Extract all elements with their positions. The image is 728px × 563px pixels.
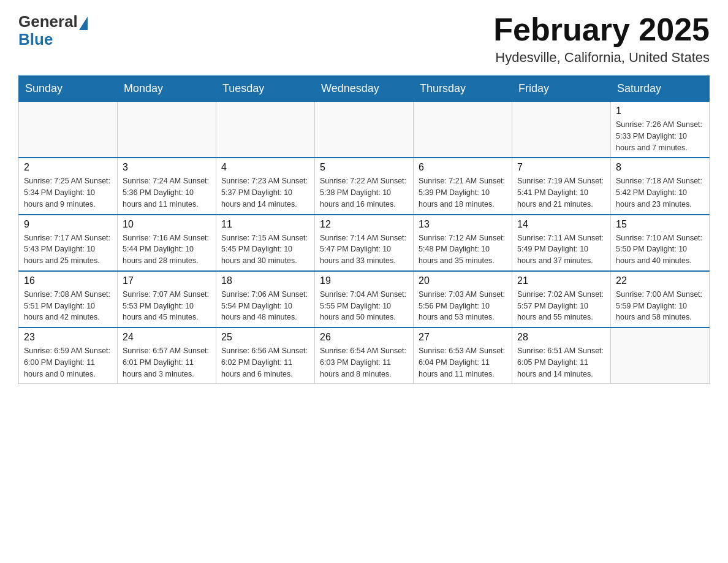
day-number: 9 xyxy=(24,219,112,230)
day-number: 11 xyxy=(221,219,309,230)
day-info: Sunrise: 6:54 AM Sunset: 6:03 PM Dayligh… xyxy=(320,345,408,380)
calendar-day-cell: 1Sunrise: 7:26 AM Sunset: 5:33 PM Daylig… xyxy=(611,102,710,158)
day-info: Sunrise: 7:03 AM Sunset: 5:56 PM Dayligh… xyxy=(419,289,507,323)
day-info: Sunrise: 7:17 AM Sunset: 5:43 PM Dayligh… xyxy=(24,232,112,267)
day-info: Sunrise: 7:00 AM Sunset: 5:59 PM Dayligh… xyxy=(616,289,704,323)
calendar-day-cell: 16Sunrise: 7:08 AM Sunset: 5:51 PM Dayli… xyxy=(19,271,118,327)
day-info: Sunrise: 7:06 AM Sunset: 5:54 PM Dayligh… xyxy=(221,289,309,323)
day-info: Sunrise: 7:21 AM Sunset: 5:39 PM Dayligh… xyxy=(419,175,507,210)
calendar-day-cell: 26Sunrise: 6:54 AM Sunset: 6:03 PM Dayli… xyxy=(315,327,414,384)
day-number: 26 xyxy=(320,332,408,343)
calendar-table: SundayMondayTuesdayWednesdayThursdayFrid… xyxy=(18,75,710,384)
day-number: 14 xyxy=(517,219,605,230)
logo-general-text: General xyxy=(18,12,78,31)
day-number: 7 xyxy=(517,162,605,173)
day-number: 12 xyxy=(320,219,408,230)
calendar-week-row: 16Sunrise: 7:08 AM Sunset: 5:51 PM Dayli… xyxy=(19,271,710,327)
calendar-day-cell: 27Sunrise: 6:53 AM Sunset: 6:04 PM Dayli… xyxy=(414,327,512,384)
day-info: Sunrise: 6:51 AM Sunset: 6:05 PM Dayligh… xyxy=(517,345,605,380)
day-info: Sunrise: 7:15 AM Sunset: 5:45 PM Dayligh… xyxy=(221,232,309,267)
day-info: Sunrise: 7:22 AM Sunset: 5:38 PM Dayligh… xyxy=(320,175,408,210)
day-info: Sunrise: 7:24 AM Sunset: 5:36 PM Dayligh… xyxy=(123,175,211,210)
day-number: 28 xyxy=(517,332,605,343)
day-header-monday: Monday xyxy=(118,76,216,102)
day-header-saturday: Saturday xyxy=(611,76,710,102)
day-number: 2 xyxy=(24,162,112,173)
day-info: Sunrise: 7:12 AM Sunset: 5:48 PM Dayligh… xyxy=(419,232,507,267)
day-number: 17 xyxy=(123,275,211,286)
location-title: Hydesville, California, United States xyxy=(493,50,710,66)
calendar-day-cell: 4Sunrise: 7:23 AM Sunset: 5:37 PM Daylig… xyxy=(216,158,315,214)
day-number: 4 xyxy=(221,162,309,173)
calendar-day-cell: 22Sunrise: 7:00 AM Sunset: 5:59 PM Dayli… xyxy=(611,271,710,327)
calendar-header-row: SundayMondayTuesdayWednesdayThursdayFrid… xyxy=(19,76,710,102)
calendar-day-cell: 17Sunrise: 7:07 AM Sunset: 5:53 PM Dayli… xyxy=(118,271,216,327)
calendar-day-cell: 11Sunrise: 7:15 AM Sunset: 5:45 PM Dayli… xyxy=(216,215,315,271)
day-header-sunday: Sunday xyxy=(19,76,118,102)
calendar-week-row: 2Sunrise: 7:25 AM Sunset: 5:34 PM Daylig… xyxy=(19,158,710,214)
day-number: 16 xyxy=(24,275,112,286)
day-info: Sunrise: 6:59 AM Sunset: 6:00 PM Dayligh… xyxy=(24,345,112,380)
day-info: Sunrise: 7:19 AM Sunset: 5:41 PM Dayligh… xyxy=(517,175,605,210)
calendar-week-row: 9Sunrise: 7:17 AM Sunset: 5:43 PM Daylig… xyxy=(19,215,710,271)
calendar-day-cell xyxy=(414,102,512,158)
day-info: Sunrise: 7:10 AM Sunset: 5:50 PM Dayligh… xyxy=(616,232,704,267)
day-header-thursday: Thursday xyxy=(414,76,512,102)
calendar-day-cell: 2Sunrise: 7:25 AM Sunset: 5:34 PM Daylig… xyxy=(19,158,118,214)
calendar-day-cell: 21Sunrise: 7:02 AM Sunset: 5:57 PM Dayli… xyxy=(512,271,611,327)
day-number: 13 xyxy=(419,219,507,230)
day-header-friday: Friday xyxy=(512,76,611,102)
day-info: Sunrise: 6:56 AM Sunset: 6:02 PM Dayligh… xyxy=(221,345,309,380)
calendar-week-row: 1Sunrise: 7:26 AM Sunset: 5:33 PM Daylig… xyxy=(19,102,710,158)
calendar-day-cell: 28Sunrise: 6:51 AM Sunset: 6:05 PM Dayli… xyxy=(512,327,611,384)
calendar-day-cell: 19Sunrise: 7:04 AM Sunset: 5:55 PM Dayli… xyxy=(315,271,414,327)
calendar-day-cell: 12Sunrise: 7:14 AM Sunset: 5:47 PM Dayli… xyxy=(315,215,414,271)
day-number: 5 xyxy=(320,162,408,173)
day-number: 19 xyxy=(320,275,408,286)
day-info: Sunrise: 7:04 AM Sunset: 5:55 PM Dayligh… xyxy=(320,289,408,323)
day-header-tuesday: Tuesday xyxy=(216,76,315,102)
day-number: 25 xyxy=(221,332,309,343)
day-info: Sunrise: 7:16 AM Sunset: 5:44 PM Dayligh… xyxy=(123,232,211,267)
day-info: Sunrise: 7:11 AM Sunset: 5:49 PM Dayligh… xyxy=(517,232,605,267)
day-number: 6 xyxy=(419,162,507,173)
day-info: Sunrise: 7:23 AM Sunset: 5:37 PM Dayligh… xyxy=(221,175,309,210)
day-info: Sunrise: 7:18 AM Sunset: 5:42 PM Dayligh… xyxy=(616,175,704,210)
day-info: Sunrise: 6:57 AM Sunset: 6:01 PM Dayligh… xyxy=(123,345,211,380)
day-number: 3 xyxy=(123,162,211,173)
calendar-day-cell xyxy=(216,102,315,158)
day-number: 8 xyxy=(616,162,704,173)
page-header: General Blue February 2025 Hydesville, C… xyxy=(18,12,710,66)
calendar-day-cell: 7Sunrise: 7:19 AM Sunset: 5:41 PM Daylig… xyxy=(512,158,611,214)
day-info: Sunrise: 7:14 AM Sunset: 5:47 PM Dayligh… xyxy=(320,232,408,267)
logo-blue-text: Blue xyxy=(18,30,53,49)
day-info: Sunrise: 7:07 AM Sunset: 5:53 PM Dayligh… xyxy=(123,289,211,323)
day-number: 20 xyxy=(419,275,507,286)
day-number: 27 xyxy=(419,332,507,343)
day-number: 1 xyxy=(616,105,704,117)
logo-triangle-icon xyxy=(79,17,88,30)
logo: General Blue xyxy=(18,12,88,49)
calendar-week-row: 23Sunrise: 6:59 AM Sunset: 6:00 PM Dayli… xyxy=(19,327,710,384)
calendar-day-cell: 8Sunrise: 7:18 AM Sunset: 5:42 PM Daylig… xyxy=(611,158,710,214)
calendar-day-cell xyxy=(611,327,710,384)
calendar-day-cell: 13Sunrise: 7:12 AM Sunset: 5:48 PM Dayli… xyxy=(414,215,512,271)
calendar-day-cell: 9Sunrise: 7:17 AM Sunset: 5:43 PM Daylig… xyxy=(19,215,118,271)
month-title: February 2025 xyxy=(493,12,710,47)
day-number: 15 xyxy=(616,219,704,230)
day-info: Sunrise: 7:26 AM Sunset: 5:33 PM Dayligh… xyxy=(616,119,704,153)
day-header-wednesday: Wednesday xyxy=(315,76,414,102)
day-number: 21 xyxy=(517,275,605,286)
day-number: 18 xyxy=(221,275,309,286)
calendar-day-cell: 25Sunrise: 6:56 AM Sunset: 6:02 PM Dayli… xyxy=(216,327,315,384)
day-number: 23 xyxy=(24,332,112,343)
calendar-day-cell: 5Sunrise: 7:22 AM Sunset: 5:38 PM Daylig… xyxy=(315,158,414,214)
calendar-day-cell xyxy=(315,102,414,158)
day-info: Sunrise: 6:53 AM Sunset: 6:04 PM Dayligh… xyxy=(419,345,507,380)
day-info: Sunrise: 7:08 AM Sunset: 5:51 PM Dayligh… xyxy=(24,289,112,323)
calendar-day-cell: 23Sunrise: 6:59 AM Sunset: 6:00 PM Dayli… xyxy=(19,327,118,384)
day-info: Sunrise: 7:25 AM Sunset: 5:34 PM Dayligh… xyxy=(24,175,112,210)
calendar-day-cell: 6Sunrise: 7:21 AM Sunset: 5:39 PM Daylig… xyxy=(414,158,512,214)
day-number: 24 xyxy=(123,332,211,343)
calendar-day-cell: 3Sunrise: 7:24 AM Sunset: 5:36 PM Daylig… xyxy=(118,158,216,214)
